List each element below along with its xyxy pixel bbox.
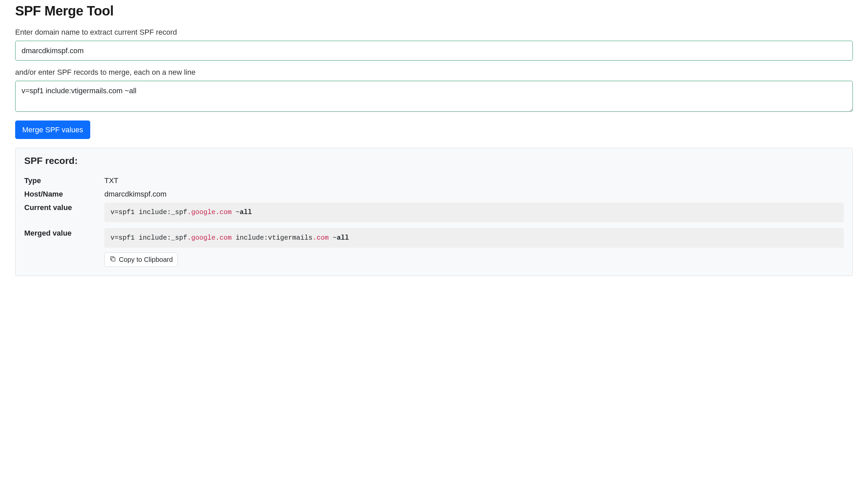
code-token: all	[337, 234, 349, 242]
spf-records-label: and/or enter SPF records to merge, each …	[15, 68, 853, 77]
domain-group: Enter domain name to extract current SPF…	[15, 28, 853, 61]
copy-button-label: Copy to Clipboard	[119, 256, 173, 263]
type-label: Type	[24, 174, 104, 185]
code-token: .com	[312, 234, 329, 242]
page-title: SPF Merge Tool	[15, 3, 853, 19]
current-value-code: v=spf1 include:_spf.google.com ~all	[104, 203, 844, 222]
code-token: .google.com	[187, 208, 231, 216]
code-token: include:vtigermails	[231, 234, 312, 242]
domain-label: Enter domain name to extract current SPF…	[15, 28, 853, 37]
current-value-row: Current value v=spf1 include:_spf.google…	[24, 201, 844, 226]
merge-button[interactable]: Merge SPF values	[15, 121, 90, 139]
code-token: ~	[231, 208, 240, 216]
code-token: v=spf1 include:_spf	[111, 208, 187, 216]
current-value-label: Current value	[24, 201, 104, 212]
code-token: all	[240, 208, 252, 216]
result-heading: SPF record:	[24, 156, 844, 166]
code-token: .google.com	[187, 234, 231, 242]
copy-icon	[110, 255, 116, 264]
host-value: dmarcdkimspf.com	[104, 188, 844, 199]
merged-value-label: Merged value	[24, 227, 104, 238]
svg-rect-0	[112, 258, 115, 261]
type-value: TXT	[104, 174, 844, 185]
type-row: Type TXT	[24, 174, 844, 185]
merged-value-row: Merged value v=spf1 include:_spf.google.…	[24, 227, 844, 267]
domain-input[interactable]	[15, 41, 853, 61]
merged-value-code: v=spf1 include:_spf.google.com include:v…	[104, 228, 844, 248]
code-token: v=spf1 include:_spf	[111, 234, 187, 242]
result-card: SPF record: Type TXT Host/Name dmarcdkim…	[15, 148, 853, 276]
spf-records-textarea[interactable]: v=spf1 include:vtigermails.com ~all	[15, 81, 853, 112]
host-label: Host/Name	[24, 188, 104, 199]
code-token: ~	[329, 234, 337, 242]
spf-records-group: and/or enter SPF records to merge, each …	[15, 68, 853, 113]
copy-to-clipboard-button[interactable]: Copy to Clipboard	[104, 252, 178, 267]
host-row: Host/Name dmarcdkimspf.com	[24, 188, 844, 199]
